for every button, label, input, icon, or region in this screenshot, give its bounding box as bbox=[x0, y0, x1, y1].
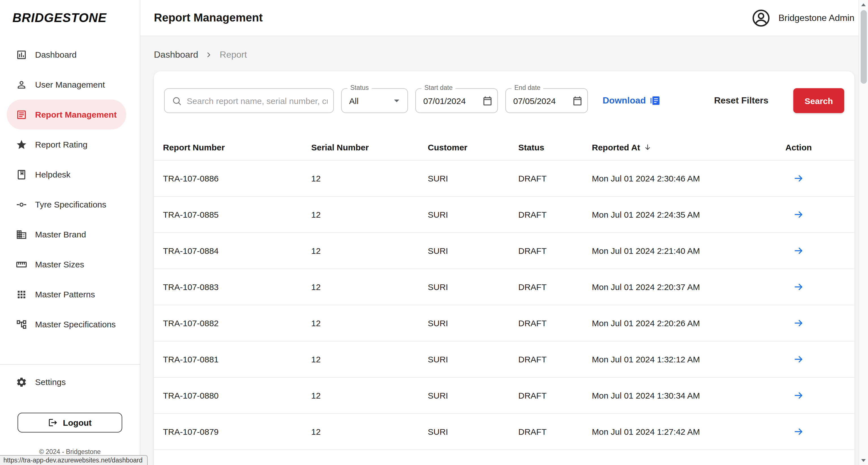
open-report-arrow-icon[interactable] bbox=[792, 353, 805, 365]
scroll-up-arrow[interactable] bbox=[859, 0, 868, 10]
sidebar-item-master-brand[interactable]: Master Brand bbox=[7, 219, 126, 249]
ruler-icon bbox=[16, 259, 27, 270]
sidebar-item-dashboard[interactable]: Dashboard bbox=[7, 40, 126, 70]
chevron-right-icon bbox=[205, 51, 213, 59]
cell-status: DRAFT bbox=[518, 318, 592, 328]
cell-customer: SURI bbox=[428, 318, 518, 328]
cell-serial-number: 12 bbox=[311, 355, 428, 364]
scrollbar[interactable] bbox=[858, 0, 868, 465]
search-button[interactable]: Search bbox=[793, 88, 844, 113]
cell-status: DRAFT bbox=[518, 427, 592, 436]
search-icon bbox=[172, 95, 182, 106]
reports-card: Status All Start date End date bbox=[154, 71, 855, 465]
sidebar-item-report-rating[interactable]: Report Rating bbox=[7, 129, 126, 159]
cell-action bbox=[785, 280, 844, 294]
building-icon bbox=[16, 229, 27, 240]
cell-status: DRAFT bbox=[518, 355, 592, 364]
breadcrumb: Dashboard Report bbox=[154, 50, 855, 60]
scroll-down-arrow[interactable] bbox=[859, 456, 868, 465]
col-reported-at-label: Reported At bbox=[592, 142, 640, 152]
cell-serial-number: 12 bbox=[311, 173, 428, 183]
helpdesk-icon bbox=[16, 169, 27, 180]
col-serial-number: Serial Number bbox=[311, 142, 428, 152]
table-row: TRA-107-088612SURIDRAFTMon Jul 01 2024 2… bbox=[154, 161, 855, 197]
cell-customer: SURI bbox=[428, 282, 518, 292]
start-date-field: Start date bbox=[415, 88, 498, 113]
sidebar-item-label: Tyre Specifications bbox=[35, 200, 106, 209]
end-date-label: End date bbox=[512, 84, 543, 92]
col-action: Action bbox=[785, 142, 844, 152]
table-row: TRA-107-087912SURIDRAFTMon Jul 01 2024 1… bbox=[154, 414, 855, 450]
start-date-input[interactable] bbox=[423, 96, 482, 105]
scrollbar-thumb[interactable] bbox=[861, 10, 867, 84]
cell-serial-number: 12 bbox=[311, 318, 428, 328]
sidebar-bottom-section: Settings Logout © 2024 - Bridgestone bbox=[0, 364, 140, 465]
open-report-arrow-icon[interactable] bbox=[792, 280, 805, 293]
table-row: TRA-107-088512SURIDRAFTMon Jul 01 2024 2… bbox=[154, 197, 855, 233]
logout-icon bbox=[48, 418, 58, 427]
open-report-arrow-icon[interactable] bbox=[792, 389, 805, 402]
logout-label: Logout bbox=[63, 418, 92, 427]
cell-action bbox=[785, 316, 844, 330]
sidebar-item-label: Report Rating bbox=[35, 140, 87, 149]
open-report-arrow-icon[interactable] bbox=[792, 425, 805, 438]
calendar-icon[interactable] bbox=[482, 95, 493, 106]
sidebar-item-master-patterns[interactable]: Master Patterns bbox=[7, 279, 126, 309]
search-field bbox=[164, 88, 334, 113]
cell-action bbox=[785, 353, 844, 366]
cell-customer: SURI bbox=[428, 391, 518, 400]
sort-desc-arrow-icon[interactable] bbox=[644, 143, 652, 152]
cell-serial-number: 12 bbox=[311, 427, 428, 436]
sidebar-item-label: Master Sizes bbox=[35, 260, 84, 269]
sidebar-item-settings[interactable]: Settings bbox=[7, 367, 126, 397]
cell-reported-at: Mon Jul 01 2024 1:30:34 AM bbox=[592, 391, 785, 400]
col-customer: Customer bbox=[428, 142, 518, 152]
sidebar-item-label: Master Patterns bbox=[35, 290, 95, 299]
star-icon bbox=[16, 139, 27, 150]
calendar-icon[interactable] bbox=[572, 95, 583, 106]
open-report-arrow-icon[interactable] bbox=[792, 244, 805, 257]
sidebar-item-master-sizes[interactable]: Master Sizes bbox=[7, 249, 126, 279]
status-select[interactable]: Status All bbox=[341, 88, 408, 113]
sidebar-item-helpdesk[interactable]: Helpdesk bbox=[7, 159, 126, 189]
cell-action bbox=[785, 425, 844, 438]
search-input[interactable] bbox=[187, 96, 328, 105]
col-report-number: Report Number bbox=[163, 142, 311, 152]
open-report-arrow-icon[interactable] bbox=[792, 208, 805, 221]
sidebar-item-user-management[interactable]: User Management bbox=[7, 70, 126, 100]
table-body: TRA-107-088612SURIDRAFTMon Jul 01 2024 2… bbox=[154, 161, 855, 450]
sidebar: BRIDGESTONE Dashboard User Management Re… bbox=[0, 0, 140, 465]
sidebar-item-label: Master Specifications bbox=[35, 320, 116, 329]
breadcrumb-dashboard[interactable]: Dashboard bbox=[154, 50, 198, 60]
cell-serial-number: 12 bbox=[311, 210, 428, 219]
sidebar-item-report-management[interactable]: Report Management bbox=[7, 100, 126, 129]
sidebar-item-label: Helpdesk bbox=[35, 170, 70, 179]
col-reported-at[interactable]: Reported At bbox=[592, 142, 785, 152]
open-report-arrow-icon[interactable] bbox=[792, 316, 805, 329]
user-menu[interactable]: Bridgestone Admin bbox=[751, 8, 855, 28]
table-row: TRA-107-088412SURIDRAFTMon Jul 01 2024 2… bbox=[154, 233, 855, 269]
cell-serial-number: 12 bbox=[311, 391, 428, 400]
download-button[interactable]: Download bbox=[602, 95, 661, 106]
status-label: Status bbox=[347, 84, 371, 92]
status-value: All bbox=[349, 96, 391, 105]
chevron-down-icon bbox=[391, 94, 403, 107]
table-row: TRA-107-088312SURIDRAFTMon Jul 01 2024 2… bbox=[154, 269, 855, 305]
cell-customer: SURI bbox=[428, 246, 518, 256]
cell-action bbox=[785, 172, 844, 185]
cell-report-number: TRA-107-0886 bbox=[163, 173, 311, 183]
filters-bar: Status All Start date End date bbox=[154, 71, 855, 113]
end-date-input[interactable] bbox=[513, 96, 572, 105]
cell-reported-at: Mon Jul 01 2024 1:27:42 AM bbox=[592, 427, 785, 436]
user-avatar-icon bbox=[751, 8, 771, 28]
cell-report-number: TRA-107-0881 bbox=[163, 355, 311, 364]
gear-icon bbox=[16, 376, 27, 388]
reset-filters-button[interactable]: Reset Filters bbox=[714, 96, 768, 106]
sidebar-item-tyre-specifications[interactable]: Tyre Specifications bbox=[7, 189, 126, 219]
sidebar-item-master-specifications[interactable]: Master Specifications bbox=[7, 309, 126, 339]
logout-button[interactable]: Logout bbox=[18, 413, 122, 432]
open-report-arrow-icon[interactable] bbox=[792, 172, 805, 185]
table-row: TRA-107-088212SURIDRAFTMon Jul 01 2024 2… bbox=[154, 305, 855, 341]
end-date-field: End date bbox=[505, 88, 588, 113]
cell-reported-at: Mon Jul 01 2024 2:24:35 AM bbox=[592, 210, 785, 219]
